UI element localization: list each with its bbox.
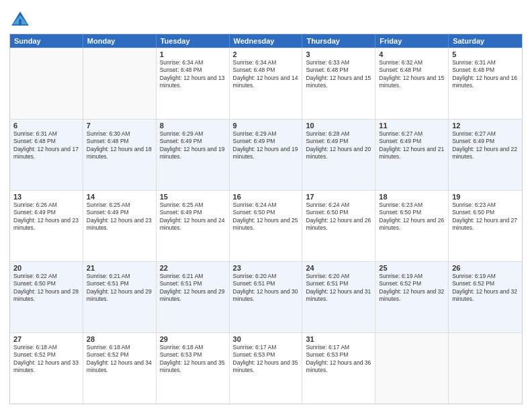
cell-details: Sunrise: 6:23 AM Sunset: 6:50 PM Dayligh… — [379, 201, 445, 232]
calendar-week-row: 27Sunrise: 6:18 AM Sunset: 6:52 PM Dayli… — [10, 332, 522, 404]
day-number: 27 — [13, 335, 79, 343]
calendar-cell: 4Sunrise: 6:32 AM Sunset: 6:48 PM Daylig… — [375, 48, 449, 119]
calendar-cell: 26Sunrise: 6:19 AM Sunset: 6:52 PM Dayli… — [449, 262, 522, 332]
calendar-header-day: Tuesday — [157, 34, 230, 48]
calendar-cell: 2Sunrise: 6:34 AM Sunset: 6:48 PM Daylig… — [230, 48, 303, 119]
cell-details: Sunrise: 6:31 AM Sunset: 6:48 PM Dayligh… — [452, 59, 519, 90]
cell-details: Sunrise: 6:26 AM Sunset: 6:49 PM Dayligh… — [13, 201, 79, 232]
calendar-cell: 21Sunrise: 6:21 AM Sunset: 6:51 PM Dayli… — [83, 262, 157, 332]
calendar-cell: 27Sunrise: 6:18 AM Sunset: 6:52 PM Dayli… — [10, 333, 83, 404]
calendar-cell: 18Sunrise: 6:23 AM Sunset: 6:50 PM Dayli… — [375, 191, 449, 261]
day-number: 24 — [306, 264, 371, 272]
cell-details: Sunrise: 6:25 AM Sunset: 6:49 PM Dayligh… — [87, 201, 152, 232]
day-number: 20 — [13, 264, 79, 272]
day-number: 4 — [379, 50, 445, 58]
day-number: 17 — [306, 193, 371, 201]
calendar-cell: 6Sunrise: 6:31 AM Sunset: 6:48 PM Daylig… — [10, 120, 83, 190]
calendar-cell: 17Sunrise: 6:24 AM Sunset: 6:50 PM Dayli… — [302, 191, 375, 261]
header — [9, 7, 523, 31]
calendar-header-day: Friday — [375, 34, 449, 48]
cell-details: Sunrise: 6:29 AM Sunset: 6:49 PM Dayligh… — [233, 130, 299, 161]
calendar-cell: 29Sunrise: 6:18 AM Sunset: 6:53 PM Dayli… — [157, 333, 230, 404]
calendar-cell: 11Sunrise: 6:27 AM Sunset: 6:49 PM Dayli… — [375, 120, 449, 190]
cell-details: Sunrise: 6:32 AM Sunset: 6:48 PM Dayligh… — [379, 59, 445, 90]
day-number: 31 — [306, 335, 371, 343]
day-number: 26 — [452, 264, 519, 272]
calendar-week-row: 1Sunrise: 6:34 AM Sunset: 6:48 PM Daylig… — [10, 48, 522, 119]
logo-icon — [9, 9, 31, 31]
cell-details: Sunrise: 6:20 AM Sunset: 6:51 PM Dayligh… — [233, 273, 299, 304]
cell-details: Sunrise: 6:18 AM Sunset: 6:52 PM Dayligh… — [87, 344, 152, 375]
cell-details: Sunrise: 6:22 AM Sunset: 6:50 PM Dayligh… — [13, 273, 79, 304]
calendar-header-day: Wednesday — [230, 34, 303, 48]
cell-details: Sunrise: 6:17 AM Sunset: 6:53 PM Dayligh… — [306, 344, 371, 375]
calendar-cell — [83, 48, 157, 119]
cell-details: Sunrise: 6:19 AM Sunset: 6:52 PM Dayligh… — [452, 273, 519, 304]
day-number: 18 — [379, 193, 445, 201]
calendar-cell: 10Sunrise: 6:28 AM Sunset: 6:49 PM Dayli… — [302, 120, 375, 190]
calendar-cell: 28Sunrise: 6:18 AM Sunset: 6:52 PM Dayli… — [83, 333, 157, 404]
calendar-cell: 7Sunrise: 6:30 AM Sunset: 6:48 PM Daylig… — [83, 120, 157, 190]
calendar-cell: 30Sunrise: 6:17 AM Sunset: 6:53 PM Dayli… — [230, 333, 303, 404]
cell-details: Sunrise: 6:28 AM Sunset: 6:49 PM Dayligh… — [306, 130, 371, 161]
cell-details: Sunrise: 6:33 AM Sunset: 6:48 PM Dayligh… — [306, 59, 371, 90]
cell-details: Sunrise: 6:18 AM Sunset: 6:52 PM Dayligh… — [13, 344, 79, 375]
cell-details: Sunrise: 6:17 AM Sunset: 6:53 PM Dayligh… — [233, 344, 299, 375]
calendar-cell: 25Sunrise: 6:19 AM Sunset: 6:52 PM Dayli… — [375, 262, 449, 332]
day-number: 25 — [379, 264, 445, 272]
calendar-cell: 19Sunrise: 6:23 AM Sunset: 6:50 PM Dayli… — [449, 191, 522, 261]
calendar-cell: 20Sunrise: 6:22 AM Sunset: 6:50 PM Dayli… — [10, 262, 83, 332]
calendar-week-row: 6Sunrise: 6:31 AM Sunset: 6:48 PM Daylig… — [10, 119, 522, 190]
day-number: 6 — [13, 122, 79, 130]
cell-details: Sunrise: 6:27 AM Sunset: 6:49 PM Dayligh… — [452, 130, 519, 161]
calendar-cell: 1Sunrise: 6:34 AM Sunset: 6:48 PM Daylig… — [157, 48, 230, 119]
calendar-header-day: Saturday — [449, 34, 522, 48]
calendar-cell: 22Sunrise: 6:21 AM Sunset: 6:51 PM Dayli… — [157, 262, 230, 332]
calendar-cell — [375, 333, 449, 404]
day-number: 5 — [452, 50, 519, 58]
calendar-cell: 23Sunrise: 6:20 AM Sunset: 6:51 PM Dayli… — [230, 262, 303, 332]
calendar-cell: 15Sunrise: 6:25 AM Sunset: 6:49 PM Dayli… — [157, 191, 230, 261]
cell-details: Sunrise: 6:27 AM Sunset: 6:49 PM Dayligh… — [379, 130, 445, 161]
cell-details: Sunrise: 6:24 AM Sunset: 6:50 PM Dayligh… — [306, 201, 371, 232]
cell-details: Sunrise: 6:23 AM Sunset: 6:50 PM Dayligh… — [452, 201, 519, 232]
calendar-week-row: 13Sunrise: 6:26 AM Sunset: 6:49 PM Dayli… — [10, 190, 522, 261]
calendar-header-day: Thursday — [302, 34, 375, 48]
cell-details: Sunrise: 6:20 AM Sunset: 6:51 PM Dayligh… — [306, 273, 371, 304]
page: SundayMondayTuesdayWednesdayThursdayFrid… — [0, 0, 532, 411]
cell-details: Sunrise: 6:25 AM Sunset: 6:49 PM Dayligh… — [160, 201, 226, 232]
day-number: 12 — [452, 122, 519, 130]
calendar-cell: 14Sunrise: 6:25 AM Sunset: 6:49 PM Dayli… — [83, 191, 157, 261]
day-number: 11 — [379, 122, 445, 130]
calendar-cell: 8Sunrise: 6:29 AM Sunset: 6:49 PM Daylig… — [157, 120, 230, 190]
calendar-cell: 24Sunrise: 6:20 AM Sunset: 6:51 PM Dayli… — [302, 262, 375, 332]
day-number: 15 — [160, 193, 226, 201]
calendar-cell: 16Sunrise: 6:24 AM Sunset: 6:50 PM Dayli… — [230, 191, 303, 261]
day-number: 1 — [160, 50, 226, 58]
cell-details: Sunrise: 6:31 AM Sunset: 6:48 PM Dayligh… — [13, 130, 79, 161]
calendar-cell: 5Sunrise: 6:31 AM Sunset: 6:48 PM Daylig… — [449, 48, 522, 119]
calendar-cell: 13Sunrise: 6:26 AM Sunset: 6:49 PM Dayli… — [10, 191, 83, 261]
calendar-header-day: Monday — [83, 34, 157, 48]
day-number: 14 — [87, 193, 152, 201]
calendar-cell: 3Sunrise: 6:33 AM Sunset: 6:48 PM Daylig… — [302, 48, 375, 119]
day-number: 3 — [306, 50, 371, 58]
day-number: 28 — [87, 335, 152, 343]
day-number: 29 — [160, 335, 226, 343]
day-number: 2 — [233, 50, 299, 58]
day-number: 7 — [87, 122, 152, 130]
day-number: 23 — [233, 264, 299, 272]
cell-details: Sunrise: 6:34 AM Sunset: 6:48 PM Dayligh… — [233, 59, 299, 90]
day-number: 10 — [306, 122, 371, 130]
calendar-week-row: 20Sunrise: 6:22 AM Sunset: 6:50 PM Dayli… — [10, 261, 522, 332]
cell-details: Sunrise: 6:30 AM Sunset: 6:48 PM Dayligh… — [87, 130, 152, 161]
calendar-header: SundayMondayTuesdayWednesdayThursdayFrid… — [10, 34, 522, 48]
day-number: 30 — [233, 335, 299, 343]
day-number: 13 — [13, 193, 79, 201]
cell-details: Sunrise: 6:21 AM Sunset: 6:51 PM Dayligh… — [87, 273, 152, 304]
cell-details: Sunrise: 6:18 AM Sunset: 6:53 PM Dayligh… — [160, 344, 226, 375]
calendar-header-day: Sunday — [10, 34, 83, 48]
day-number: 16 — [233, 193, 299, 201]
day-number: 22 — [160, 264, 226, 272]
calendar-cell: 31Sunrise: 6:17 AM Sunset: 6:53 PM Dayli… — [302, 333, 375, 404]
